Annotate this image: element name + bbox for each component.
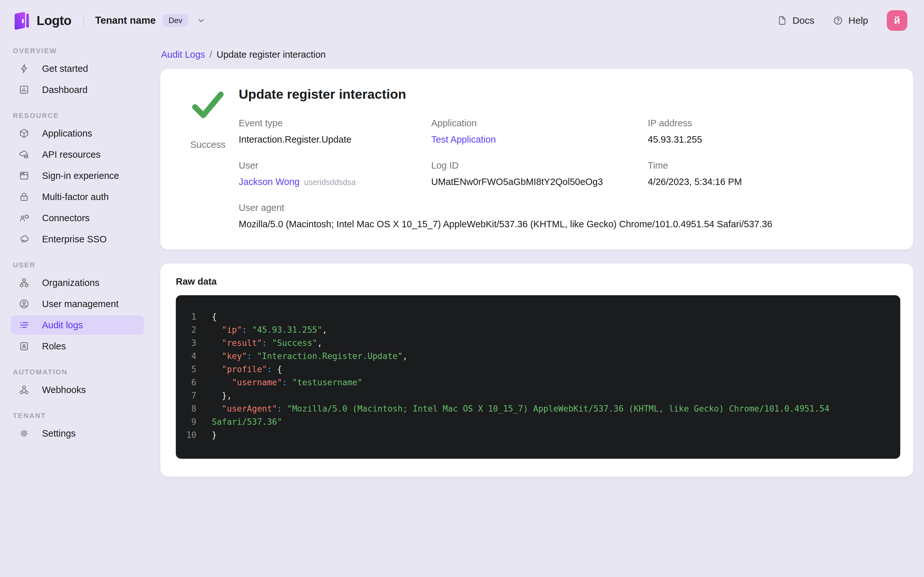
field-user: UserJackson Wong useridsddsdsa [239,160,431,187]
sidebar-item-label: Multi-factor auth [42,192,109,202]
code-text: Safari/537.36" [212,417,282,427]
gear-icon [18,428,30,439]
sidebar-item-label: Connectors [42,213,89,223]
tenant-name: Tenant name [95,15,156,26]
sidebar-item-applications[interactable]: Applications [11,124,144,143]
help-button[interactable]: Help [833,15,868,26]
sidebar-item-webhooks[interactable]: Webhooks [11,380,144,400]
tenant-env-badge: Dev [163,14,188,27]
sidebar-section-label-tenant: TENANT [13,412,160,420]
time-value: 4/26/2023, 5:34:16 PM [648,177,742,187]
sidebar-item-multi-factor-auth[interactable]: Multi-factor auth [11,187,144,206]
field-user-agent: User agent Mozilla/5.0 (Macintosh; Intel… [239,203,898,229]
raw-data-title: Raw data [176,276,900,287]
sidebar-item-enterprise-sso[interactable]: Enterprise SSO [11,229,144,249]
code-line: 1{ [184,310,890,323]
breadcrumb-current: Update register interaction [216,49,326,60]
user-suffix: useridsddsdsa [304,177,356,187]
sidebar-item-api-resources[interactable]: API resources [11,145,144,164]
line-number: 4 [184,351,196,361]
line-number: 10 [184,430,196,440]
field-application: ApplicationTest Application [431,118,648,145]
sidebar-item-label: Audit logs [42,320,83,330]
browser-icon [18,170,30,181]
code-line: 9Safari/537.36" [184,415,890,428]
bolt-icon [18,63,30,74]
code-text: "userAgent": "Mozilla/5.0 (Macintosh; In… [212,404,829,414]
line-number: 5 [184,364,196,374]
status-label: Success [190,139,226,150]
sidebar-item-label: Organizations [42,277,99,288]
sidebar-item-label: Webhooks [42,385,86,395]
sidebar-item-connectors[interactable]: Connectors [11,208,144,227]
code-line: 5 "profile": { [184,363,890,376]
breadcrumb: Audit Logs / Update register interaction [161,49,913,60]
user-avatar[interactable]: й [887,10,907,31]
main-content: Audit Logs / Update register interaction… [160,41,924,477]
log-detail-card: Success Update register interaction Even… [160,69,913,250]
code-line: 6 "username": "testusername" [184,376,890,389]
api-icon [18,149,30,160]
sidebar-item-get-started[interactable]: Get started [11,59,144,78]
field-ip-address: IP address45.93.31.255 [648,118,898,145]
org-icon [18,277,30,288]
event-type-value: Interaction.Register.Update [239,134,351,145]
application-link[interactable]: Test Application [431,134,496,145]
docs-button[interactable]: Docs [777,15,814,26]
field-log-id: Log IDUMatENw0rFWO5aGbMI8tY2Qol50eOg3 [431,160,648,187]
document-icon [777,15,787,26]
sidebar-item-sign-in-experience[interactable]: Sign-in experience [11,166,144,185]
code-line: 4 "key": "Interaction.Register.Update", [184,350,890,363]
chevron-down-icon[interactable] [196,16,206,25]
line-number: 7 [184,391,196,400]
sidebar-item-label: API resources [42,149,100,160]
code-text: }, [212,391,232,400]
sidebar-item-organizations[interactable]: Organizations [11,273,144,292]
sidebar-section-label-overview: OVERVIEW [13,47,160,55]
sidebar-item-label: Roles [42,341,66,351]
ip-address-value: 45.93.31.255 [648,134,702,145]
line-number: 3 [184,338,196,348]
sidebar-item-label: Applications [42,128,92,139]
raw-data-card: Raw data 1{2 "ip": "45.93.31.255",3 "res… [160,263,913,477]
log-id-value: UMatENw0rFWO5aGbMI8tY2Qol50eOg3 [431,177,603,187]
sidebar-item-label: User management [42,299,119,309]
code-text: "result": "Success", [212,338,322,348]
breadcrumb-separator: / [210,49,212,60]
line-number: 8 [184,404,196,414]
user-icon [18,298,30,309]
tenant-selector[interactable]: Tenant name Dev [95,14,206,27]
sidebar-item-user-management[interactable]: User management [11,294,144,314]
code-line: 3 "result": "Success", [184,336,890,350]
field-label: Application [431,118,648,129]
role-icon [18,340,30,352]
sidebar-item-dashboard[interactable]: Dashboard [11,80,144,99]
help-circle-icon [833,15,843,26]
list-icon [18,319,30,331]
line-number: 2 [184,325,196,335]
sidebar-section-label-resource: RESOURCE [13,111,160,120]
code-text: { [212,312,217,322]
sidebar-item-audit-logs[interactable]: Audit logs [11,316,144,335]
brand: Logto [11,11,71,31]
sidebar-item-settings[interactable]: Settings [11,424,144,443]
sso-icon [18,234,30,245]
connector-icon [18,212,30,224]
docs-label: Docs [792,15,814,26]
logto-logo-icon [11,11,30,31]
lock-icon [18,191,30,203]
status-column: Success [177,86,239,229]
detail-fields: Event typeInteraction.Register.UpdateApp… [239,118,898,203]
breadcrumb-audit-logs-link[interactable]: Audit Logs [161,49,205,60]
user-link[interactable]: Jackson Wong [239,177,300,187]
chart-icon [18,84,30,95]
page-title: Update register interaction [239,87,898,102]
sidebar-item-roles[interactable]: Roles [11,337,144,356]
code-text: "key": "Interaction.Register.Update", [212,351,408,361]
webhook-icon [18,384,30,396]
code-block: 1{2 "ip": "45.93.31.255",3 "result": "Su… [176,295,900,459]
field-label: Log ID [431,160,648,171]
sidebar-section-label-user: USER [13,261,160,269]
field-label: User agent [239,203,898,213]
code-text: "ip": "45.93.31.255", [212,325,327,335]
